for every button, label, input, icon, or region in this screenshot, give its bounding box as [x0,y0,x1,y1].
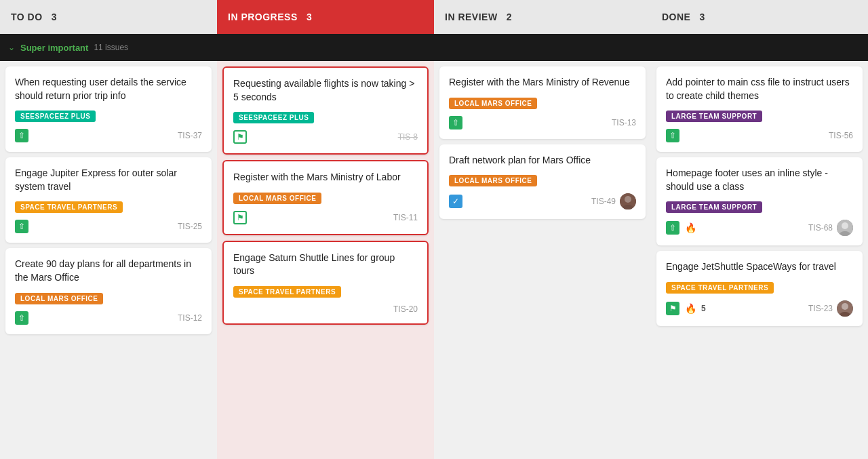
card-tis37[interactable]: When requesting user details the service… [5,66,212,152]
tag-large-team-support-2: LARGE TEAM SUPPORT [666,201,762,213]
tag-local-mars-office-4: LOCAL MARS OFFICE [449,175,537,186]
tag-seespaceez-plus: SEESPACEEZ PLUS [15,111,96,122]
card-tis13[interactable]: Register with the Mars Ministry of Reven… [439,66,646,139]
card-tis8-title: Requesting available flights is now taki… [233,77,418,104]
card-tis11-title: Register with the Mars Ministry of Labor [233,171,418,184]
priority-up-icon: ⇧ [666,221,679,235]
bookmark-outline-icon: ⚑ [233,130,247,144]
card-tis56[interactable]: Add pointer to main css file to instruct… [656,66,863,152]
card-tis23-id: TIS-23 [808,304,833,313]
priority-up-icon: ⇧ [15,311,28,325]
card-tis49-id: TIS-49 [591,197,616,206]
priority-up-icon: ⇧ [449,116,462,129]
fire-icon: 🔥 [684,221,697,235]
inprogress-label: IN PROGRESS 3 [228,12,312,22]
board: TO DO 3 IN PROGRESS 3 IN REVIEW 2 DONE 3… [0,0,868,459]
card-tis20-id: TIS-20 [393,304,418,314]
done-label: DONE 3 [662,12,705,22]
card-tis25-title: Engage Jupiter Express for outer solar s… [15,167,202,193]
card-tis13-footer: ⇧ TIS-13 [449,116,636,129]
inreview-label: IN REVIEW 2 [445,12,512,22]
card-tis49-footer: ✓ TIS-49 [449,193,636,209]
priority-up-icon: ⇧ [666,129,679,142]
card-tis23-title: Engage JetShuttle SpaceWays for travel [666,260,853,274]
group-label: Super important [20,43,88,53]
card-tis20-footer: TIS-20 [233,304,418,314]
card-tis37-id: TIS-37 [178,131,202,140]
tag-local-mars-office-3: LOCAL MARS OFFICE [449,98,537,109]
avatar-tis68 [837,220,853,236]
card-tis8[interactable]: Requesting available flights is now taki… [222,66,429,155]
bookmark-icon: ⚑ [666,302,679,315]
col-header-inprogress: IN PROGRESS 3 [217,0,434,34]
card-tis56-footer: ⇧ TIS-56 [666,129,853,142]
card-tis37-title: When requesting user details the service… [15,76,202,102]
card-tis12-title: Create 90 day plans for all departments … [15,258,202,284]
svg-point-7 [842,303,848,310]
card-tis11-footer: ⚑ TIS-11 [233,211,418,224]
check-icon: ✓ [449,195,462,208]
done-column: Add pointer to main css file to instruct… [651,61,868,459]
card-tis68-id: TIS-68 [808,223,833,233]
avatar-tis49 [620,193,636,209]
card-tis25-id: TIS-25 [178,222,202,231]
card-tis8-id: TIS-8 [398,132,418,142]
card-tis23[interactable]: Engage JetShuttle SpaceWays for travel S… [656,251,863,326]
fire-icon-2: 🔥 [684,302,697,315]
card-tis12[interactable]: Create 90 day plans for all departments … [5,248,212,334]
card-tis20[interactable]: Engage Saturn Shuttle Lines for group to… [222,241,429,325]
tag-seespaceez-plus-2: SEESPACEEZ PLUS [233,112,314,123]
card-tis8-footer: ⚑ TIS-8 [233,130,418,144]
card-tis23-footer: ⚑ 🔥 5 TIS-23 [666,300,853,317]
card-tis68[interactable]: Homepage footer uses an inline style - s… [656,157,863,245]
card-tis11[interactable]: Register with the Mars Ministry of Labor… [222,160,429,235]
tag-local-mars-office-2: LOCAL MARS OFFICE [233,193,321,204]
card-tis49-title: Draft network plan for Mars Office [449,154,636,167]
group-chevron-icon[interactable]: ⌄ [8,43,15,52]
todo-label: TO DO 3 [11,12,57,22]
card-tis20-title: Engage Saturn Shuttle Lines for group to… [233,252,418,278]
priority-up-icon: ⇧ [15,129,28,142]
card-tis68-title: Homepage footer uses an inline style - s… [666,167,853,193]
avatar-tis23 [837,300,853,317]
tag-space-travel-partners-2: SPACE TRAVEL PARTNERS [233,286,341,298]
group-header: ⌄ Super important 11 issues [0,34,868,61]
columns-body: When requesting user details the service… [0,61,868,459]
card-tis12-footer: ⇧ TIS-12 [15,311,202,325]
todo-column: When requesting user details the service… [0,61,217,459]
card-tis68-footer: ⇧ 🔥 TIS-68 [666,220,853,236]
card-tis12-id: TIS-12 [178,313,202,323]
card-tis56-id: TIS-56 [829,131,853,140]
card-tis56-title: Add pointer to main css file to instruct… [666,76,853,102]
inprogress-column: Requesting available flights is now taki… [217,61,434,459]
bookmark-outline-icon: ⚑ [233,211,247,224]
priority-up-icon: ⇧ [15,220,28,233]
tag-large-team-support: LARGE TEAM SUPPORT [666,111,762,122]
card-tis13-id: TIS-13 [612,118,636,127]
tag-space-travel-partners: SPACE TRAVEL PARTNERS [15,201,123,213]
group-issues-count: 11 issues [94,43,128,52]
card-tis25-footer: ⇧ TIS-25 [15,220,202,233]
tag-local-mars-office: LOCAL MARS OFFICE [15,293,103,304]
card-tis13-title: Register with the Mars Ministry of Reven… [449,76,636,89]
svg-point-4 [842,222,848,229]
inreview-column: Register with the Mars Ministry of Reven… [434,61,651,459]
columns-header: TO DO 3 IN PROGRESS 3 IN REVIEW 2 DONE 3 [0,0,868,34]
tag-space-travel-partners-3: SPACE TRAVEL PARTNERS [666,282,774,294]
card-tis11-id: TIS-11 [393,213,418,222]
col-header-todo: TO DO 3 [0,0,217,34]
card-tis49[interactable]: Draft network plan for Mars Office LOCAL… [439,144,646,220]
svg-point-1 [625,196,631,203]
badge-count: 5 [701,304,706,313]
col-header-done: DONE 3 [651,0,868,34]
card-tis25[interactable]: Engage Jupiter Express for outer solar s… [5,157,212,243]
col-header-inreview: IN REVIEW 2 [434,0,651,34]
card-tis37-footer: ⇧ TIS-37 [15,129,202,142]
